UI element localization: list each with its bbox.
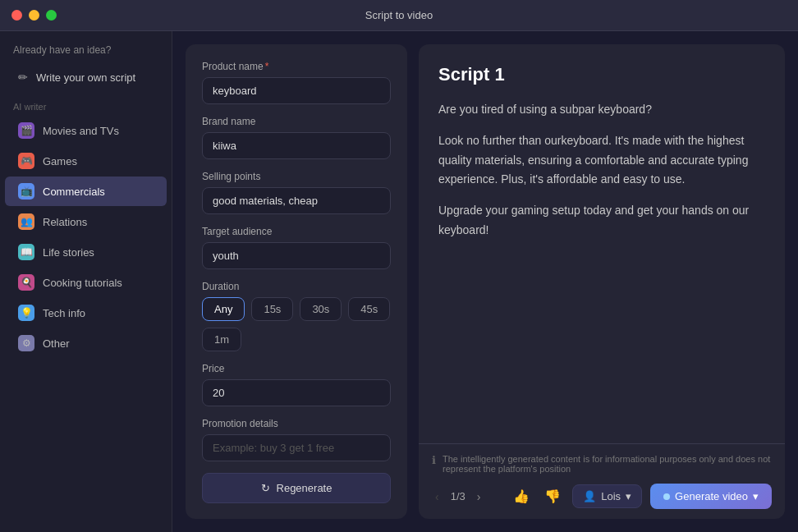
script-paragraph-3: Upgrade your gaming setup today and get … [438, 201, 765, 241]
app-title: Script to video [365, 9, 433, 21]
sidebar-movies-label: Movies and TVs [43, 125, 119, 137]
relations-icon: 👥 [18, 213, 34, 230]
target-audience-group: Target audience [202, 226, 391, 269]
app-body: Already have an idea? ✏ Write your own s… [0, 31, 798, 532]
brand-name-group: Brand name [202, 116, 391, 159]
sidebar-item-tech[interactable]: 💡 Tech info [5, 298, 167, 328]
selling-points-input[interactable] [202, 187, 391, 214]
price-input[interactable] [202, 379, 391, 406]
sidebar: Already have an idea? ✏ Write your own s… [0, 31, 172, 532]
titlebar: Script to video [0, 0, 798, 31]
sidebar-item-write-own[interactable]: ✏ Write your own script [5, 64, 167, 90]
script-footer: ℹ The intelligently generated content is… [419, 443, 785, 519]
product-name-group: Product name* [202, 61, 391, 104]
sidebar-item-movies[interactable]: 🎬 Movies and TVs [5, 116, 167, 145]
product-name-label: Product name* [202, 61, 391, 72]
dislike-button[interactable]: 👎 [541, 485, 564, 507]
sidebar-games-label: Games [43, 155, 77, 167]
close-button[interactable] [11, 10, 22, 21]
duration-any[interactable]: Any [202, 297, 245, 321]
sidebar-item-relations[interactable]: 👥 Relations [5, 207, 167, 236]
movies-icon: 🎬 [18, 122, 34, 139]
duration-buttons: Any 15s 30s 45s 1m [202, 297, 391, 351]
duration-15s[interactable]: 15s [251, 297, 293, 321]
regenerate-icon: ↻ [261, 482, 270, 494]
page-indicator: 1/3 [451, 490, 466, 502]
info-icon: ℹ [432, 454, 436, 466]
disclaimer: ℹ The intelligently generated content is… [432, 454, 772, 474]
target-audience-label: Target audience [202, 226, 391, 237]
tech-icon: 💡 [18, 305, 34, 321]
product-name-input[interactable] [202, 77, 391, 104]
disclaimer-text: The intelligently generated content is f… [443, 454, 772, 474]
sidebar-item-life-stories[interactable]: 📖 Life stories [5, 237, 167, 267]
duration-group: Duration Any 15s 30s 45s 1m [202, 281, 391, 351]
other-icon: ⚙ [18, 335, 34, 351]
selling-points-group: Selling points [202, 171, 391, 214]
user-button[interactable]: 👤 Lois ▾ [572, 484, 642, 508]
sidebar-item-cooking[interactable]: 🍳 Cooking tutorials [5, 268, 167, 297]
promotion-group: Promotion details [202, 418, 391, 461]
brand-name-label: Brand name [202, 116, 391, 127]
sidebar-life-label: Life stories [43, 246, 94, 259]
sidebar-item-other[interactable]: ⚙ Other [5, 328, 167, 358]
script-panel: Script 1 Are you tired of using a subpar… [419, 44, 785, 519]
price-group: Price [202, 363, 391, 406]
cooking-icon: 🍳 [18, 274, 34, 291]
main-content: Product name* Brand name Selling points … [172, 31, 798, 532]
duration-1m[interactable]: 1m [202, 328, 241, 351]
games-icon: 🎮 [18, 153, 34, 169]
price-label: Price [202, 363, 391, 374]
promotion-label: Promotion details [202, 418, 391, 429]
script-body: Are you tired of using a subpar keyboard… [438, 100, 765, 241]
like-button[interactable]: 👍 [510, 485, 533, 507]
footer-right: 👍 👎 👤 Lois ▾ Generate video ▾ [510, 484, 772, 509]
duration-label: Duration [202, 281, 391, 292]
sidebar-item-commercials[interactable]: 📺 Commercials [5, 177, 167, 206]
prev-page-arrow[interactable]: ‹ [432, 488, 443, 505]
generate-chevron-icon: ▾ [753, 490, 759, 502]
sidebar-cooking-label: Cooking tutorials [43, 277, 122, 289]
footer-actions: ‹ 1/3 › 👍 👎 👤 Lois ▾ [432, 484, 772, 509]
sidebar-tech-label: Tech info [43, 307, 85, 319]
ai-writer-label: AI writer [0, 97, 172, 115]
script-content: Script 1 Are you tired of using a subpar… [419, 44, 785, 443]
generate-label: Generate video [675, 490, 748, 502]
selling-points-label: Selling points [202, 171, 391, 182]
script-title: Script 1 [438, 64, 765, 85]
sidebar-header: Already have an idea? [0, 44, 172, 64]
sidebar-other-label: Other [43, 337, 70, 350]
script-paragraph-2: Look no further than ourkeyboard. It's m… [438, 131, 765, 190]
next-page-arrow[interactable]: › [474, 488, 484, 505]
pencil-icon: ✏ [18, 71, 28, 84]
regenerate-label: Regenerate [277, 482, 332, 494]
sidebar-write-label: Write your own script [36, 71, 135, 84]
sidebar-relations-label: Relations [43, 216, 87, 228]
duration-45s[interactable]: 45s [348, 297, 390, 321]
brand-name-input[interactable] [202, 132, 391, 159]
maximize-button[interactable] [46, 10, 57, 21]
generate-dot-icon [663, 493, 670, 500]
generate-video-button[interactable]: Generate video ▾ [650, 484, 772, 509]
life-icon: 📖 [18, 244, 34, 260]
sidebar-item-games[interactable]: 🎮 Games [5, 146, 167, 176]
script-paragraph-1: Are you tired of using a subpar keyboard… [438, 100, 765, 120]
window-controls [11, 10, 57, 21]
user-icon: 👤 [583, 490, 596, 502]
required-indicator: * [265, 61, 269, 72]
user-label: Lois [601, 490, 621, 502]
pagination: ‹ 1/3 › [432, 488, 484, 505]
form-panel: Product name* Brand name Selling points … [186, 44, 407, 519]
minimize-button[interactable] [29, 10, 39, 21]
chevron-down-icon: ▾ [626, 490, 631, 502]
regenerate-button[interactable]: ↻ Regenerate [202, 473, 391, 503]
target-audience-input[interactable] [202, 242, 391, 269]
commercials-icon: 📺 [18, 183, 34, 200]
promotion-input[interactable] [202, 434, 391, 461]
sidebar-commercials-label: Commercials [43, 186, 105, 198]
duration-30s[interactable]: 30s [300, 297, 342, 321]
